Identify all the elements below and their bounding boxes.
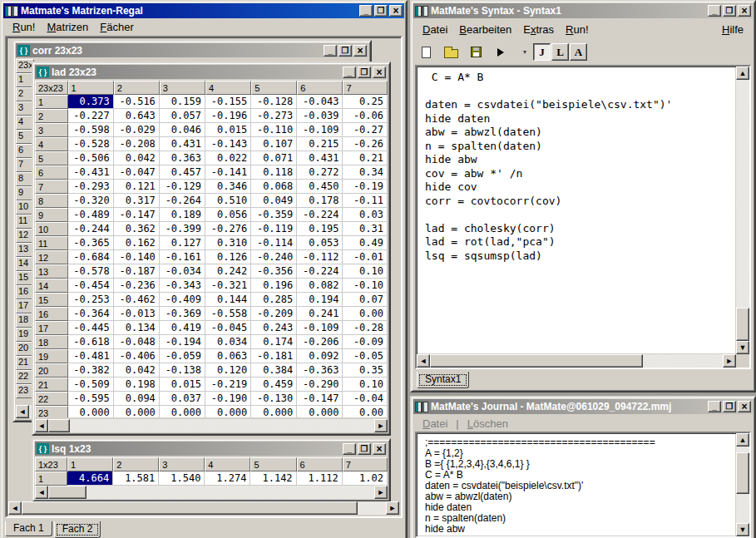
matrix-cell[interactable]: 0.042: [114, 151, 160, 165]
matrix-cell[interactable]: -0.112: [297, 250, 343, 264]
matrix-cell[interactable]: 0.000: [251, 406, 297, 417]
maximize-button[interactable]: ❒: [358, 67, 371, 78]
matrix-cell[interactable]: -0.481: [68, 349, 114, 363]
scrollbar-thumb[interactable]: [48, 419, 70, 432]
matrix-cell[interactable]: -0.356: [251, 264, 297, 279]
matrix-cell[interactable]: 4.664: [67, 471, 113, 486]
column-header[interactable]: 5: [250, 457, 296, 471]
matrix-cell[interactable]: 0.459: [251, 378, 297, 392]
scroll-left-button[interactable]: ◄: [35, 419, 48, 432]
matrix-cell[interactable]: -0.110: [251, 123, 297, 137]
matrix-cell[interactable]: -0.406: [114, 349, 160, 363]
matrix-cell[interactable]: -0.01: [343, 250, 388, 264]
column-header[interactable]: 7: [343, 81, 388, 95]
matrix-cell[interactable]: -0.445: [68, 321, 114, 335]
matrix-cell[interactable]: 0.042: [114, 363, 160, 378]
column-header[interactable]: 6: [297, 457, 343, 471]
matrix-cell[interactable]: -0.05: [343, 349, 388, 363]
matrix-cell[interactable]: -0.034: [160, 264, 205, 279]
matrix-cell[interactable]: 0.431: [297, 151, 343, 165]
close-button[interactable]: ×: [353, 45, 367, 57]
close-button[interactable]: ×: [373, 443, 386, 455]
scrollbar-track[interactable]: [70, 419, 374, 432]
matrix-cell[interactable]: -0.147: [297, 392, 343, 406]
matrix-cell[interactable]: 0.174: [251, 335, 297, 349]
close-button[interactable]: ×: [738, 5, 751, 17]
matrix-cell[interactable]: 0.242: [205, 264, 251, 279]
matrix-cell[interactable]: 0.195: [297, 222, 343, 236]
matrix-cell[interactable]: 0.285: [251, 293, 297, 307]
matrix-cell[interactable]: -0.409: [160, 293, 205, 307]
matrix-cell[interactable]: 0.00: [343, 406, 388, 417]
maximize-button[interactable]: ❒: [723, 401, 736, 412]
column-header[interactable]: 2: [113, 457, 159, 471]
matrix-cell[interactable]: -0.595: [68, 392, 114, 406]
matrix-cell[interactable]: 0.127: [160, 236, 205, 250]
matrix-cell[interactable]: -0.227: [68, 109, 114, 123]
matrix-cell[interactable]: 0.10: [343, 264, 388, 279]
minimize-button[interactable]: _: [343, 67, 356, 78]
maximize-button[interactable]: ❒: [374, 5, 388, 17]
matrix-cell[interactable]: 0.034: [205, 335, 251, 349]
matrix-cell[interactable]: 1.274: [205, 471, 250, 486]
minimize-button[interactable]: _: [359, 5, 373, 17]
menu-item-run[interactable]: Run!: [7, 20, 41, 34]
row-header[interactable]: 14: [35, 279, 68, 293]
tab-syntax1[interactable]: Syntax1: [417, 372, 469, 388]
matrix-cell[interactable]: 0.457: [160, 165, 205, 180]
matrix-cell[interactable]: 0.162: [114, 236, 160, 250]
matrix-cell[interactable]: 0.126: [205, 250, 251, 264]
matrix-cell[interactable]: -0.253: [68, 293, 114, 307]
close-button[interactable]: ×: [373, 67, 386, 78]
matrix-cell[interactable]: 0.241: [297, 307, 343, 321]
matrix-cell[interactable]: -0.369: [160, 307, 205, 321]
tab-fach-2[interactable]: Fach 2: [54, 521, 101, 538]
column-header[interactable]: 1: [67, 457, 113, 471]
matrix-cell[interactable]: -0.244: [68, 222, 114, 236]
journal-log-area[interactable]: ;=======================================…: [418, 434, 735, 536]
matrix-cell[interactable]: -0.454: [68, 279, 114, 293]
matrix-cell[interactable]: -0.276: [205, 222, 251, 236]
matrix-cell[interactable]: -0.09: [343, 335, 388, 349]
corr-titlebar[interactable]: { } corr 23x23 _ ❒ ×: [16, 43, 368, 57]
scroll-right-button[interactable]: ►: [374, 419, 388, 432]
matrix-cell[interactable]: -0.224: [297, 264, 343, 279]
matrix-cell[interactable]: -0.181: [251, 349, 297, 363]
matrix-cell[interactable]: 0.056: [205, 208, 251, 222]
column-header[interactable]: 1: [68, 81, 114, 95]
syntax-titlebar[interactable]: MatMate's Syntax - Syntax1 _ ❒ ×: [413, 3, 753, 18]
matrix-cell[interactable]: 1.581: [113, 471, 159, 486]
matrix-cell[interactable]: -0.129: [160, 180, 205, 194]
matrix-cell[interactable]: 0.092: [297, 349, 343, 363]
scrollbar-track[interactable]: [86, 486, 374, 499]
new-file-button[interactable]: [417, 43, 435, 62]
matrix-cell[interactable]: 0.384: [251, 363, 297, 378]
matrix-cell[interactable]: -0.558: [205, 307, 251, 321]
scroll-down-button[interactable]: ▼: [736, 341, 749, 354]
matrix-cell[interactable]: -0.364: [68, 307, 114, 321]
minimize-button[interactable]: _: [324, 45, 337, 57]
matrix-cell[interactable]: -0.029: [114, 123, 160, 137]
matrix-cell[interactable]: -0.516: [114, 95, 160, 109]
matrix-corner-cell[interactable]: 23x23: [35, 81, 68, 95]
matrix-cell[interactable]: 0.03: [343, 208, 388, 222]
matrix-cell[interactable]: -0.27: [343, 123, 388, 137]
matrix-cell[interactable]: -0.528: [68, 137, 114, 151]
row-header[interactable]: 1: [35, 471, 67, 486]
matrix-cell[interactable]: 0.057: [160, 109, 205, 123]
menu-item-matrizen[interactable]: Matrizen: [41, 20, 94, 34]
matrix-cell[interactable]: 0.134: [114, 321, 160, 335]
matrix-cell[interactable]: -0.130: [251, 392, 297, 406]
row-header[interactable]: 4: [35, 137, 68, 151]
scrollbar-thumb[interactable]: [430, 354, 643, 368]
matrix-cell[interactable]: 0.196: [251, 279, 297, 293]
row-header[interactable]: 22: [35, 392, 68, 406]
matrix-cell[interactable]: 0.189: [160, 208, 205, 222]
matrix-cell[interactable]: 0.00: [343, 307, 388, 321]
column-header[interactable]: 7: [343, 457, 388, 471]
matrix-cell[interactable]: 0.178: [297, 194, 343, 208]
matrix-cell[interactable]: 0.198: [114, 378, 160, 392]
matrix-cell[interactable]: 0.431: [160, 137, 205, 151]
matrix-cell[interactable]: 0.015: [205, 123, 251, 137]
matrix-cell[interactable]: 0.000: [68, 406, 114, 417]
